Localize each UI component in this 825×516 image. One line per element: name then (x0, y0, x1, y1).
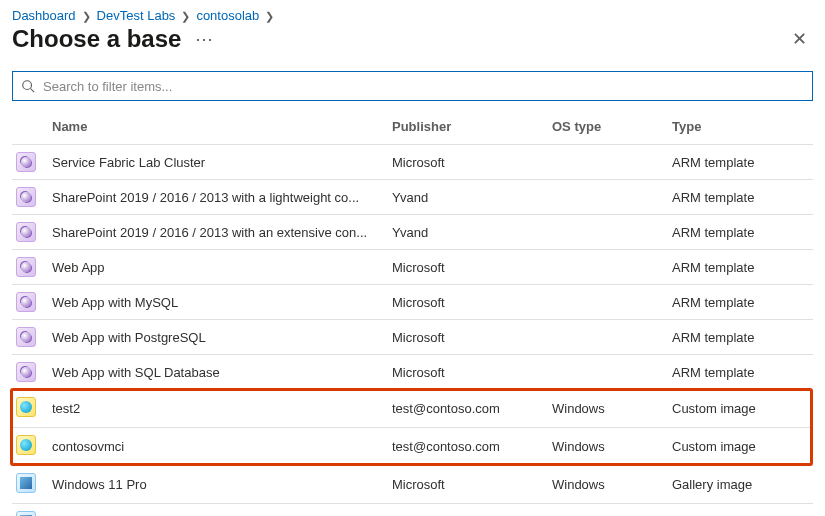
cell-type: ARM template (666, 285, 813, 320)
svg-point-0 (23, 81, 32, 90)
table-row[interactable]: SharePoint 2019 / 2016 / 2013 with a lig… (12, 180, 813, 215)
cell-type: ARM template (666, 215, 813, 250)
cell-os (546, 285, 666, 320)
cell-type: Custom image (666, 428, 813, 466)
more-actions-button[interactable]: ⋯ (195, 28, 214, 50)
cell-type: ARM template (666, 250, 813, 285)
cell-publisher: Microsoft (386, 250, 546, 285)
table-header-row: Name Publisher OS type Type (12, 111, 813, 145)
cell-os: Windows (546, 428, 666, 466)
cell-name: SharePoint 2019 / 2016 / 2013 with an ex… (46, 215, 386, 250)
arm-template-icon (16, 222, 36, 242)
cell-type: ARM template (666, 180, 813, 215)
col-type[interactable]: Type (666, 111, 813, 145)
arm-template-icon (16, 257, 36, 277)
table-row[interactable]: SharePoint 2019 / 2016 / 2013 with an ex… (12, 215, 813, 250)
cell-publisher: Microsoft (386, 285, 546, 320)
cell-os (546, 145, 666, 180)
cell-publisher: Microsoft (386, 504, 546, 517)
arm-template-icon (16, 152, 36, 172)
cell-publisher: Microsoft (386, 355, 546, 390)
cell-publisher: Microsoft (386, 320, 546, 355)
arm-template-icon (16, 362, 36, 382)
cell-name: Windows 11 Pro (46, 466, 386, 504)
breadcrumb-link[interactable]: contosolab (196, 8, 259, 23)
cell-type: Custom image (666, 390, 813, 428)
cell-name: test2 (46, 390, 386, 428)
breadcrumb-link[interactable]: DevTest Labs (97, 8, 176, 23)
gallery-image-icon (16, 511, 36, 516)
table-row[interactable]: Web AppMicrosoftARM template (12, 250, 813, 285)
table-row[interactable]: Web App with SQL DatabaseMicrosoftARM te… (12, 355, 813, 390)
page-title: Choose a base (12, 25, 181, 53)
cell-name: Service Fabric Lab Cluster (46, 145, 386, 180)
breadcrumb-link[interactable]: Dashboard (12, 8, 76, 23)
cell-os: Windows (546, 390, 666, 428)
cell-name: Web App with SQL Database (46, 355, 386, 390)
table-row[interactable]: Windows 11 ProMicrosoftWindowsGallery im… (12, 466, 813, 504)
cell-publisher: test@contoso.com (386, 390, 546, 428)
title-bar: Choose a base ⋯ ✕ (12, 25, 813, 53)
table-row[interactable]: Web App with MySQLMicrosoftARM template (12, 285, 813, 320)
arm-template-icon (16, 187, 36, 207)
cell-name: SharePoint 2019 / 2016 / 2013 with a lig… (46, 180, 386, 215)
cell-name: Windows 11 Pro N (46, 504, 386, 517)
search-icon (21, 79, 35, 93)
close-button[interactable]: ✕ (786, 26, 813, 52)
cell-publisher: Yvand (386, 180, 546, 215)
arm-template-icon (16, 292, 36, 312)
cell-name: Web App (46, 250, 386, 285)
cell-publisher: test@contoso.com (386, 428, 546, 466)
cell-os (546, 355, 666, 390)
chevron-right-icon: ❯ (82, 10, 91, 23)
cell-publisher: Microsoft (386, 466, 546, 504)
cell-type: ARM template (666, 320, 813, 355)
gallery-image-icon (16, 473, 36, 493)
svg-line-1 (31, 89, 35, 93)
cell-type: ARM template (666, 145, 813, 180)
cell-type: ARM template (666, 355, 813, 390)
cell-os: Windows (546, 466, 666, 504)
table-row[interactable]: contosovmcitest@contoso.comWindowsCustom… (12, 428, 813, 466)
chevron-right-icon: ❯ (181, 10, 190, 23)
search-box[interactable] (12, 71, 813, 101)
cell-name: contosovmci (46, 428, 386, 466)
col-publisher[interactable]: Publisher (386, 111, 546, 145)
base-table: Name Publisher OS type Type Service Fabr… (12, 111, 813, 516)
cell-os (546, 180, 666, 215)
cell-os (546, 215, 666, 250)
search-input[interactable] (41, 72, 804, 100)
table-row[interactable]: Service Fabric Lab ClusterMicrosoftARM t… (12, 145, 813, 180)
table-row[interactable]: Windows 11 Pro NMicrosoftWindowsGallery … (12, 504, 813, 517)
arm-template-icon (16, 327, 36, 347)
cell-os (546, 320, 666, 355)
cell-name: Web App with PostgreSQL (46, 320, 386, 355)
table-row[interactable]: test2test@contoso.comWindowsCustom image (12, 390, 813, 428)
table-wrapper: Name Publisher OS type Type Service Fabr… (12, 111, 813, 516)
cell-publisher: Yvand (386, 215, 546, 250)
col-name[interactable]: Name (46, 111, 386, 145)
custom-image-icon (16, 435, 36, 455)
table-row[interactable]: Web App with PostgreSQLMicrosoftARM temp… (12, 320, 813, 355)
cell-type: Gallery image (666, 504, 813, 517)
cell-publisher: Microsoft (386, 145, 546, 180)
col-os[interactable]: OS type (546, 111, 666, 145)
cell-name: Web App with MySQL (46, 285, 386, 320)
breadcrumb: Dashboard ❯ DevTest Labs ❯ contosolab ❯ (12, 8, 813, 23)
cell-type: Gallery image (666, 466, 813, 504)
custom-image-icon (16, 397, 36, 417)
chevron-right-icon: ❯ (265, 10, 274, 23)
cell-os (546, 250, 666, 285)
cell-os: Windows (546, 504, 666, 517)
